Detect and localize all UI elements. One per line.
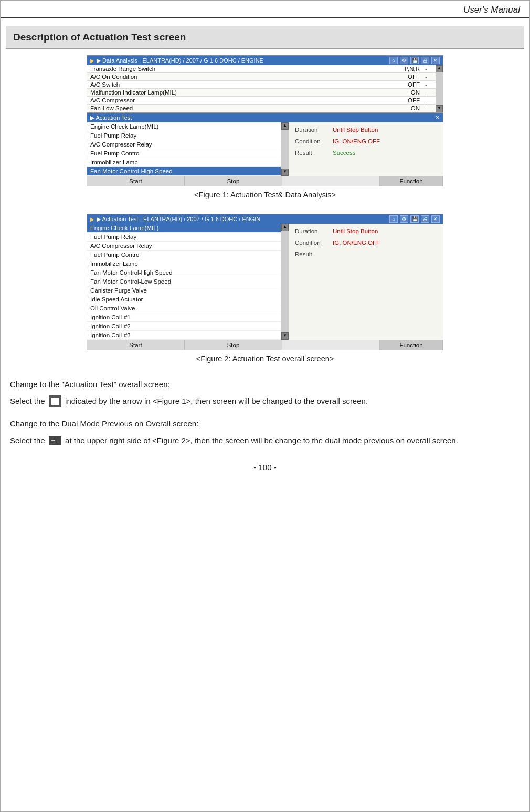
at-toolbar: ▶ Actuation Test ✕ — [87, 113, 443, 122]
at-body: Engine Check Lamp(MIL) Fuel Pump Relay A… — [87, 122, 443, 176]
da-row-val: P,N,R — [388, 66, 420, 72]
at-buttons: Start Stop Function — [87, 176, 443, 186]
at-info-duration-row: Duration Until Stop Button — [295, 127, 437, 133]
at2-info-duration-row: Duration Until Stop Button — [295, 228, 437, 234]
da-row-unit: - — [420, 81, 432, 88]
save2-icon[interactable]: 💾 — [410, 215, 419, 223]
para1: Change to the "Actuation Test" overall s… — [10, 378, 520, 391]
at-title: ▶ Actuation Test — [90, 114, 132, 121]
at-item-2[interactable]: Fuel Pump Relay — [87, 131, 281, 140]
at-duration-value: Until Stop Button — [333, 127, 378, 133]
da-row-name: Transaxle Range Switch — [90, 66, 388, 72]
para4: Select the at the upper right side of <F… — [10, 434, 520, 447]
da-toolbar: ▶ ▶ Data Analysis - ELANTRA(HD) / 2007 /… — [87, 56, 443, 65]
da-row-name: Malfunction Indicator Lamp(MIL) — [90, 89, 388, 96]
figure2-container: ▶ ▶ Actuation Test - ELANTRA(HD) / 2007 … — [11, 214, 519, 372]
da-arrow-icon: ▶ — [90, 58, 94, 64]
at2-item-11[interactable]: Ignition Coil-#1 — [87, 313, 281, 322]
home2-icon[interactable]: ⌂ — [389, 215, 398, 223]
at-duration-label: Duration — [295, 127, 333, 133]
at-item-4[interactable]: Fuel Pump Control — [87, 149, 281, 158]
figure1-screenshot: ▶ ▶ Data Analysis - ELANTRA(HD) / 2007 /… — [87, 55, 443, 186]
window-icon — [49, 395, 61, 407]
at-scrollbar[interactable]: ▲ ▼ — [281, 122, 289, 176]
at2-item-9[interactable]: Idle Speed Actuator — [87, 295, 281, 304]
para4-post: at the upper right side of <Figure 2>, t… — [65, 436, 458, 445]
para3: Change to the Dual Mode Previous on Over… — [10, 417, 520, 431]
at2-item-10[interactable]: Oil Control Valve — [87, 304, 281, 313]
da-row-name: A/C Compressor — [90, 97, 388, 103]
da-list: Transaxle Range Switch P,N,R - A/C On Co… — [87, 65, 436, 112]
da-row-unit: - — [420, 66, 432, 72]
close2-icon[interactable]: ✕ — [431, 215, 440, 223]
figure2-caption: <Figure 2: Actuation Test overall screen… — [196, 355, 334, 363]
at-close-icon[interactable]: ✕ — [435, 114, 440, 121]
at-item-1[interactable]: Engine Check Lamp(MIL) — [87, 122, 281, 131]
at-item-6[interactable]: Fan Motor Control-High Speed — [87, 167, 281, 176]
at-info-panel: Duration Until Stop Button Condition IG.… — [289, 122, 443, 176]
para2: Select the indicated by the arrow in <Fi… — [10, 394, 520, 408]
da-title: ▶ Data Analysis - ELANTRA(HD) / 2007 / G… — [97, 57, 389, 64]
da-row-val: OFF — [388, 81, 420, 88]
page-title: Description of Actuation Test screen — [6, 26, 524, 49]
at-result-value: Success — [333, 150, 355, 156]
at2-condition-value: IG. ON/ENG.OFF — [333, 240, 380, 246]
at2-item-13[interactable]: Ignition Coil-#3 — [87, 331, 281, 340]
figure1-container: ▶ ▶ Data Analysis - ELANTRA(HD) / 2007 /… — [11, 55, 519, 209]
body-text: Change to the "Actuation Test" overall s… — [10, 378, 520, 408]
da-row-val: ON — [388, 105, 420, 111]
at2-item-8[interactable]: Canister Purge Valve — [87, 286, 281, 295]
print2-icon[interactable]: 🖨 — [421, 215, 429, 223]
at2-item-2[interactable]: Fuel Pump Relay — [87, 233, 281, 242]
manual-title: User's Manual — [463, 5, 520, 15]
function-button[interactable]: Function — [380, 176, 443, 186]
at-item-3[interactable]: A/C Compressor Relay — [87, 140, 281, 149]
da-toolbar-icons: ⌂ ⚙ 💾 🖨 ✕ — [389, 57, 440, 64]
at2-result-label: Result — [295, 251, 333, 257]
at-section: ▶ Actuation Test ✕ Engine Check Lamp(MIL… — [87, 112, 443, 186]
body-text-2: Change to the Dual Mode Previous on Over… — [10, 417, 520, 447]
da-row-1: Transaxle Range Switch P,N,R - — [87, 65, 436, 73]
at2-info-condition-row: Condition IG. ON/ENG.OFF — [295, 240, 437, 246]
start-button[interactable]: Start — [87, 176, 185, 186]
at2-title: ▶ Actuation Test - ELANTRA(HD) / 2007 / … — [97, 216, 389, 223]
da-row-name: A/C On Condition — [90, 74, 388, 80]
at2-item-3[interactable]: A/C Compressor Relay — [87, 242, 281, 251]
da-row-unit: - — [420, 89, 432, 96]
da-row-6: Fan-Low Speed ON - — [87, 105, 436, 112]
at2-item-4[interactable]: Fuel Pump Control — [87, 251, 281, 259]
stop2-button[interactable]: Stop — [185, 340, 282, 350]
da-row-val: ON — [388, 89, 420, 96]
at2-item-7[interactable]: Fan Motor Control-Low Speed — [87, 277, 281, 286]
function2-button[interactable]: Function — [380, 340, 443, 350]
stop-button[interactable]: Stop — [185, 176, 282, 186]
home-icon[interactable]: ⌂ — [389, 57, 398, 64]
at2-duration-value: Until Stop Button — [333, 228, 378, 234]
save-icon[interactable]: 💾 — [410, 57, 419, 64]
print-icon[interactable]: 🖨 — [421, 57, 429, 64]
da-row-val: OFF — [388, 74, 420, 80]
da-row-val: OFF — [388, 97, 420, 103]
start2-button[interactable]: Start — [87, 340, 185, 350]
da-row-3: A/C Switch OFF - — [87, 81, 436, 89]
da-row-unit: - — [420, 74, 432, 80]
at-condition-label: Condition — [295, 138, 333, 144]
settings2-icon[interactable]: ⚙ — [400, 215, 408, 223]
at2-toolbar-icons: ⌂ ⚙ 💾 🖨 ✕ — [389, 215, 440, 223]
at2-item-1[interactable]: Engine Check Lamp(MIL) — [87, 224, 281, 233]
da-row-name: A/C Switch — [90, 81, 388, 88]
at2-item-5[interactable]: Immobilizer Lamp — [87, 259, 281, 268]
at2-scrollbar[interactable]: ▲ ▼ — [281, 224, 289, 340]
para2-pre: Select the — [10, 397, 45, 405]
da-row-unit: - — [420, 105, 432, 111]
at2-buttons: Start Stop Function — [87, 340, 443, 350]
figure1-caption: <Figure 1: Actuation Test& Data Analysis… — [194, 191, 336, 199]
da-scrollbar[interactable]: ▲ ▼ — [436, 65, 443, 112]
da-row-5: A/C Compressor OFF - — [87, 97, 436, 105]
at2-item-12[interactable]: Ignition Coil-#2 — [87, 322, 281, 331]
at2-item-6[interactable]: Fan Motor Control-High Speed — [87, 268, 281, 277]
at-item-5[interactable]: Immobilizer Lamp — [87, 158, 281, 167]
settings-icon[interactable]: ⚙ — [400, 57, 408, 64]
at2-info-result-row: Result — [295, 251, 437, 257]
close-icon[interactable]: ✕ — [431, 57, 440, 64]
